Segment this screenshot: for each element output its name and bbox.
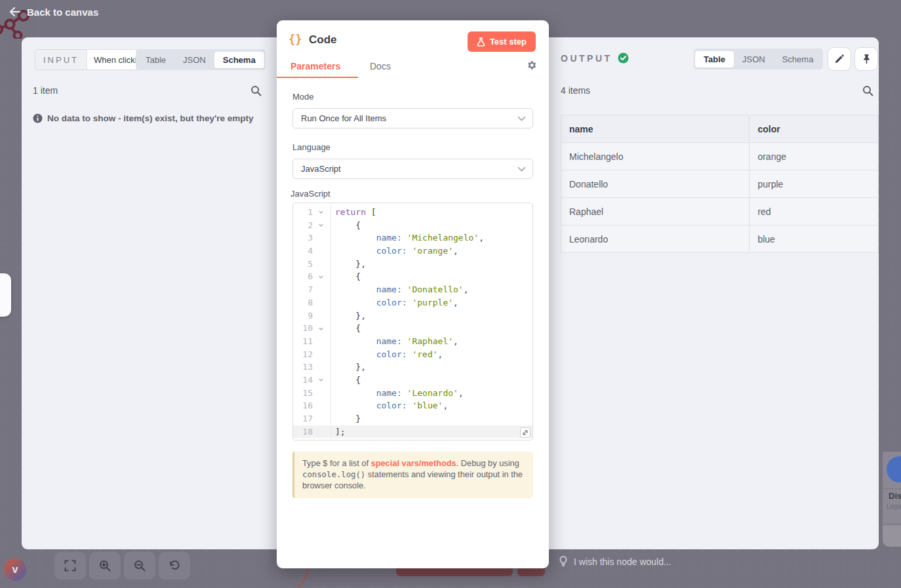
zoom-in-icon [99,560,111,572]
background-node-subtitle: Lega [887,503,901,510]
code-line: 8 color: 'purple', [293,296,532,309]
arrow-left-icon [9,7,21,17]
language-label: Language [292,142,330,152]
output-label: OUTPUT [561,52,629,64]
line-number: 17 [293,412,313,425]
test-step-button[interactable]: Test step [468,31,536,52]
line-number: 4 [293,245,313,258]
table-cell: blue [750,225,879,253]
background-node-title: Dis [889,491,901,501]
line-number: 1 [293,206,313,219]
code-line: 12 color: 'red', [293,348,532,361]
output-search-button[interactable] [862,85,873,98]
table-row: Michelangeloorange [561,143,879,170]
output-table: namecolor MichelangeloorangeDonatellopur… [561,115,879,253]
line-number: 3 [293,231,313,245]
editor-language-label: JavaScript [290,189,330,199]
output-tab-table[interactable]: Table [695,51,734,68]
n8n-node-detail-view: Back to canvas INPUT When clickin Table … [0,0,901,588]
edit-output-button[interactable] [828,47,851,71]
code-line: 13 }, [293,361,532,374]
code-line: 4 color: 'orange', [293,245,532,258]
table-cell: orange [750,143,879,170]
input-tab-table[interactable]: Table [137,52,174,68]
line-number: 6 [293,270,313,283]
panel-drag-handle[interactable] [0,273,11,317]
table-cell: Raphael [561,198,750,225]
mode-select[interactable]: Run Once for All Items [292,108,533,128]
node-title: Code [309,33,337,47]
code-line: 15 name: 'Leonardo', [293,387,532,400]
empty-message: No data to show - item(s) exist, but the… [47,113,254,123]
user-avatar[interactable]: v [4,559,26,581]
input-source-selector: INPUT When clickin [35,49,148,70]
line-number: 12 [293,348,313,361]
input-tab-json[interactable]: JSON [174,52,214,68]
line-number: 14 [293,374,313,387]
table-cell: Leonardo [561,225,750,253]
table-row: Donatellopurple [561,170,879,198]
zoom-out-button[interactable] [124,552,155,579]
node-settings-gear-button[interactable] [526,60,537,73]
code-line: 7 name: 'Donatello', [293,283,532,296]
fold-chevron-icon[interactable] [313,219,329,232]
fold-chevron-icon[interactable] [313,206,329,219]
table-cell: red [750,198,879,225]
pencil-icon [834,54,845,64]
line-number: 8 [293,296,313,309]
info-icon [33,113,43,123]
fit-view-button[interactable] [54,552,86,579]
editor-resize-handle[interactable] [520,427,531,438]
input-label: INPUT [35,50,87,69]
tab-parameters[interactable]: Parameters [290,61,340,71]
output-table-header-row: namecolor [561,115,879,143]
fold-chevron-icon[interactable] [313,270,329,283]
code-line: 16 color: 'blue', [293,399,532,412]
fit-view-icon [64,560,76,572]
input-view-tabs: Table JSON Schema [136,49,266,70]
chevron-down-icon [517,116,526,121]
node-icon [887,456,901,482]
input-empty-notice: No data to show - item(s) exist, but the… [33,113,259,123]
output-view-tabs: Table JSON Schema [694,49,823,69]
pin-data-button[interactable] [854,47,878,71]
output-table-body: MichelangeloorangeDonatellopurpleRaphael… [561,143,879,253]
line-number: 15 [293,387,313,400]
line-number: 13 [293,361,313,374]
code-node-modal: {} Code Test step Parameters Docs Mode R… [277,20,549,568]
chevron-down-icon [517,167,526,172]
pin-icon [862,54,871,64]
code-line: 18]; [293,425,532,439]
flask-icon [477,37,485,47]
node-feedback-button[interactable]: I wish this node would... [559,556,671,567]
code-editor-lines: 1return [2 {3 name: 'Michelangelo',4 col… [293,206,532,438]
tab-docs[interactable]: Docs [370,61,391,71]
line-number: 7 [293,283,313,296]
reset-zoom-button[interactable] [159,552,190,579]
background-node-panel: Dis Lega [883,452,901,547]
fold-chevron-icon[interactable] [313,322,329,335]
resize-diagonal-icon [522,429,529,436]
input-search-button[interactable] [250,85,262,98]
code-line: 10 { [293,322,532,335]
back-to-canvas-button[interactable]: Back to canvas [9,4,98,20]
zoom-out-icon [134,560,146,572]
search-icon [250,85,262,96]
fold-chevron-icon[interactable] [313,374,329,387]
code-line: 14 { [293,374,532,387]
output-items-count: 4 items [561,85,590,96]
line-number: 18 [293,425,313,439]
code-line: 9 }, [293,309,532,323]
zoom-in-button[interactable] [89,552,121,579]
lightbulb-icon [559,556,568,567]
line-number: 9 [293,309,313,323]
code-editor[interactable]: 1return [2 {3 name: 'Michelangelo',4 col… [292,203,533,441]
output-tab-schema[interactable]: Schema [774,51,822,68]
special-vars-link[interactable]: special vars/methods [371,458,456,468]
input-tab-schema[interactable]: Schema [214,52,264,68]
code-node-icon: {} [289,33,302,46]
language-select[interactable]: JavaScript [292,159,533,179]
output-tab-json[interactable]: JSON [734,51,774,68]
code-line: 17 } [293,412,532,425]
table-row: Raphaelred [561,198,879,225]
